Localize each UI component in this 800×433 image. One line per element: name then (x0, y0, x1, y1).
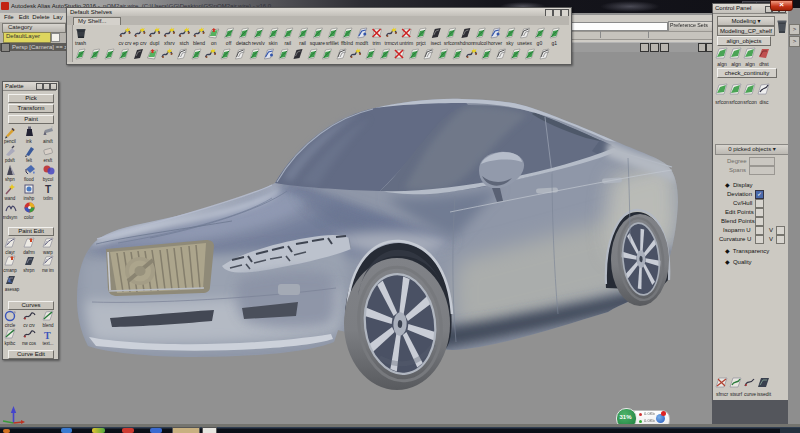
svg-text:stch: stch (180, 40, 189, 46)
svg-text:circle: circle (5, 323, 16, 328)
svg-text:untrim: untrim (399, 40, 413, 46)
svg-text:algn: algn (745, 61, 755, 67)
svg-text:blend: blend (193, 40, 205, 46)
svg-text:srfcon: srfcon (444, 40, 458, 46)
svg-text:txtlm: txtlm (43, 196, 53, 201)
svg-text:g1: g1 (551, 40, 557, 46)
svg-text:clayr: clayr (5, 250, 15, 255)
svg-text:rail: rail (284, 40, 291, 46)
svg-text:isect: isect (431, 40, 442, 46)
svg-text:horver: horver (488, 40, 503, 46)
svg-text:prjct: prjct (416, 40, 426, 46)
svg-text:on: on (211, 40, 217, 46)
svg-text:srfcon: srfcon (743, 99, 757, 105)
svg-text:asesap: asesap (5, 287, 20, 292)
svg-text:ep crv: ep crv (133, 40, 147, 46)
svg-text:trim: trim (372, 40, 380, 46)
svg-text:usetex: usetex (517, 40, 532, 46)
svg-text:dupl: dupl (150, 40, 159, 46)
svg-text:detach: detach (236, 40, 251, 46)
svg-text:flood: flood (24, 177, 34, 182)
svg-text:modft: modft (356, 40, 369, 46)
svg-text:srfillet: srfillet (326, 40, 340, 46)
svg-text:mulcol: mulcol (473, 40, 487, 46)
svg-text:shpn: shpn (5, 177, 15, 182)
svg-text:cv crv: cv crv (118, 40, 132, 46)
svg-text:curve: curve (744, 391, 756, 397)
svg-text:sky: sky (506, 40, 514, 46)
svg-text:airsft: airsft (43, 139, 54, 144)
svg-text:pdsft: pdsft (5, 158, 16, 163)
svg-text:shrpn: shrpn (23, 268, 35, 273)
svg-text:skin: skin (269, 40, 278, 46)
svg-text:mdsym: mdsym (3, 215, 18, 220)
svg-text:square: square (310, 40, 326, 46)
svg-text:disc: disc (760, 99, 769, 105)
svg-text:cv crv: cv crv (23, 323, 35, 328)
svg-text:nw cos: nw cos (22, 341, 37, 346)
svg-text:nw im: nw im (42, 268, 54, 273)
svg-text:algn: algn (731, 61, 741, 67)
svg-text:srfcon: srfcon (729, 99, 743, 105)
svg-text:issedit: issedit (757, 391, 772, 397)
svg-text:ersft: ersft (44, 158, 54, 163)
svg-text:xfsrv: xfsrv (164, 40, 175, 46)
svg-text:kptbc: kptbc (5, 341, 17, 346)
svg-text:trash: trash (75, 40, 86, 46)
svg-text:text...: text... (42, 341, 53, 346)
svg-text:stsurf: stsurf (730, 391, 743, 397)
svg-text:dafrm: dafrm (23, 250, 35, 255)
svg-text:shdnon: shdnon (457, 40, 474, 46)
svg-text:g0: g0 (537, 40, 543, 46)
svg-text:ffblnd: ffblnd (341, 40, 353, 46)
svg-text:rail: rail (299, 40, 306, 46)
svg-text:dhst: dhst (759, 61, 769, 67)
svg-text:revslv: revslv (252, 40, 266, 46)
svg-text:srfcon: srfcon (715, 99, 729, 105)
svg-text:sfmcr: sfmcr (716, 391, 729, 397)
svg-text:inshp: inshp (24, 196, 35, 201)
svg-text:trmcvt: trmcvt (385, 40, 399, 46)
svg-text:felt: felt (26, 158, 33, 163)
svg-text:wand: wand (5, 196, 16, 201)
svg-text:warp: warp (43, 250, 53, 255)
svg-text:off: off (226, 40, 232, 46)
svg-text:bycol: bycol (43, 177, 54, 182)
svg-text:ink: ink (26, 139, 33, 144)
svg-text:color: color (24, 215, 34, 220)
svg-text:algn: algn (717, 61, 727, 67)
svg-text:blend: blend (42, 323, 54, 328)
svg-text:cmanp: cmanp (3, 268, 17, 273)
svg-text:pencil: pencil (4, 139, 16, 144)
